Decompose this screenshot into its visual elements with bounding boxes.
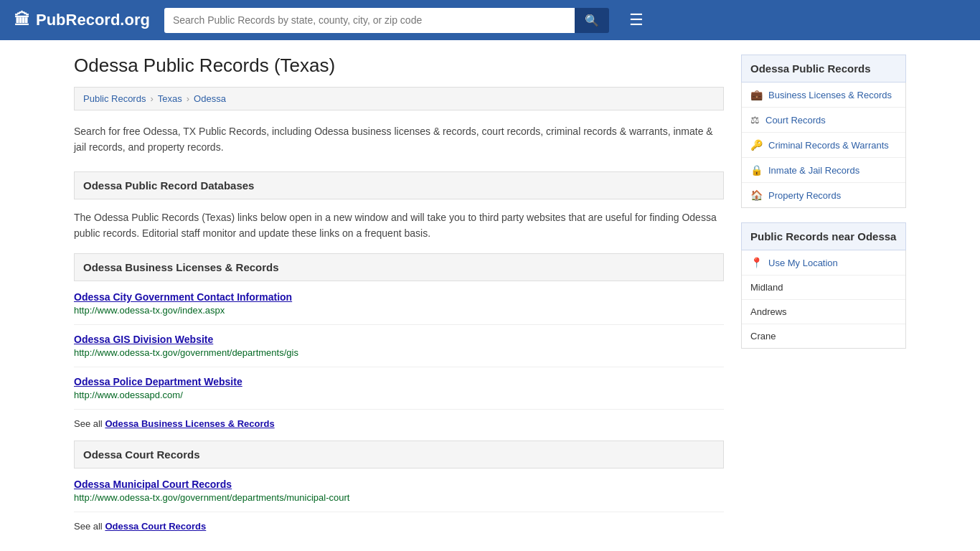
sidebar-nearby-midland[interactable]: Midland (742, 276, 905, 300)
briefcase-icon: 💼 (750, 89, 763, 100)
databases-info: The Odessa Public Records (Texas) links … (74, 209, 724, 242)
logo-icon: 🏛 (14, 11, 30, 29)
sidebar-item-business-label: Business Licenses & Records (768, 90, 892, 100)
record-title: Odessa Police Department Website (74, 376, 724, 387)
record-url: http://www.odessa-tx.gov/government/depa… (74, 347, 724, 358)
sidebar-records-list: 💼 Business Licenses & Records ⚖ Court Re… (741, 83, 906, 208)
record-item: Odessa City Government Contact Informati… (74, 291, 724, 325)
sidebar-item-property[interactable]: 🏠 Property Records (742, 183, 905, 207)
record-url: http://www.odessa-tx.gov/index.aspx (74, 305, 724, 316)
search-input[interactable] (164, 8, 575, 33)
main-content: Odessa Public Records (Texas) Public Rec… (74, 55, 724, 532)
andrews-label: Andrews (750, 306, 787, 317)
logo[interactable]: 🏛 PubRecord.org (14, 11, 150, 29)
sidebar-records-title: Odessa Public Records (741, 55, 906, 83)
sidebar-nearby-crane[interactable]: Crane (742, 324, 905, 348)
search-form: 🔍 (164, 8, 609, 33)
sidebar-item-criminal[interactable]: 🔑 Criminal Records & Warrants (742, 133, 905, 158)
hamburger-icon: ☰ (629, 11, 644, 29)
page-title: Odessa Public Records (Texas) (74, 55, 724, 77)
sidebar-item-court-label: Court Records (765, 115, 826, 126)
header: 🏛 PubRecord.org 🔍 ☰ (0, 0, 980, 40)
breadcrumb-separator-1: › (150, 93, 153, 104)
business-section-header: Odessa Business Licenses & Records (74, 253, 724, 281)
breadcrumb-link-odessa[interactable]: Odessa (194, 93, 226, 104)
midland-label: Midland (750, 282, 783, 293)
use-location-label: Use My Location (768, 258, 838, 268)
record-link-gis[interactable]: Odessa GIS Division Website (74, 334, 213, 345)
breadcrumb-link-public-records[interactable]: Public Records (83, 93, 146, 104)
menu-button[interactable]: ☰ (629, 11, 644, 29)
breadcrumb-separator-2: › (187, 93, 189, 104)
search-icon: 🔍 (585, 14, 599, 27)
page-description: Search for free Odessa, TX Public Record… (74, 123, 724, 156)
sidebar-item-inmate-label: Inmate & Jail Records (768, 165, 859, 176)
record-url: http://www.odessa-tx.gov/government/depa… (74, 492, 724, 503)
sidebar-item-property-label: Property Records (768, 190, 841, 201)
logo-text: PubRecord.org (36, 11, 150, 29)
search-button[interactable]: 🔍 (575, 8, 609, 33)
record-link-police[interactable]: Odessa Police Department Website (74, 376, 242, 387)
see-all-business-link[interactable]: Odessa Business Licenses & Records (105, 418, 274, 429)
key-icon: 🔑 (750, 139, 763, 151)
record-title: Odessa Municipal Court Records (74, 479, 724, 490)
record-url: http://www.odessapd.com/ (74, 390, 724, 400)
content-area: Odessa Public Records (Texas) Public Rec… (60, 40, 920, 546)
record-item: Odessa GIS Division Website http://www.o… (74, 334, 724, 367)
sidebar-item-criminal-label: Criminal Records & Warrants (768, 140, 889, 151)
record-title: Odessa City Government Contact Informati… (74, 291, 724, 303)
databases-section-header: Odessa Public Record Databases (74, 171, 724, 199)
record-link-city-gov[interactable]: Odessa City Government Contact Informati… (74, 291, 292, 303)
see-all-court: See all Odessa Court Records (74, 521, 724, 532)
record-title: Odessa GIS Division Website (74, 334, 724, 345)
sidebar-item-business[interactable]: 💼 Business Licenses & Records (742, 83, 905, 108)
see-all-court-link[interactable]: Odessa Court Records (105, 521, 206, 532)
business-records: Odessa City Government Contact Informati… (74, 291, 724, 429)
crane-label: Crane (750, 331, 776, 342)
breadcrumb-link-texas[interactable]: Texas (158, 93, 182, 104)
sidebar-nearby-title: Public Records near Odessa (741, 222, 906, 250)
breadcrumb: Public Records › Texas › Odessa (74, 87, 724, 110)
house-icon: 🏠 (750, 189, 763, 201)
see-all-business: See all Odessa Business Licenses & Recor… (74, 418, 724, 429)
record-item: Odessa Police Department Website http://… (74, 376, 724, 410)
sidebar-item-inmate[interactable]: 🔒 Inmate & Jail Records (742, 158, 905, 183)
sidebar-item-court[interactable]: ⚖ Court Records (742, 108, 905, 133)
record-item: Odessa Municipal Court Records http://ww… (74, 479, 724, 512)
court-records: Odessa Municipal Court Records http://ww… (74, 479, 724, 532)
sidebar-use-location[interactable]: 📍 Use My Location (742, 250, 905, 276)
sidebar-nearby-list: 📍 Use My Location Midland Andrews Crane (741, 250, 906, 349)
lock-icon: 🔒 (750, 164, 763, 176)
sidebar-nearby-andrews[interactable]: Andrews (742, 300, 905, 324)
location-icon: 📍 (750, 257, 763, 268)
sidebar: Odessa Public Records 💼 Business License… (741, 55, 906, 532)
court-section-header: Odessa Court Records (74, 441, 724, 468)
scales-icon: ⚖ (750, 114, 760, 126)
record-link-municipal-court[interactable]: Odessa Municipal Court Records (74, 479, 232, 490)
